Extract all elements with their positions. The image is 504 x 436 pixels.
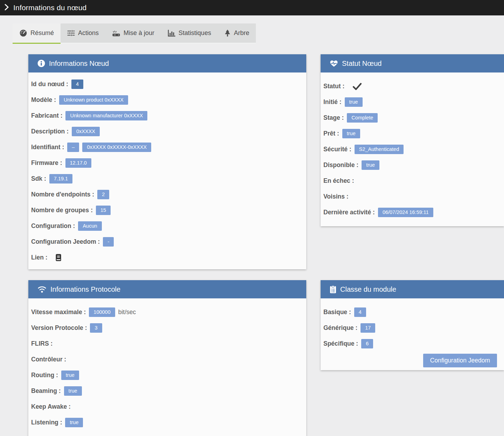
tab-label: Statistiques	[178, 29, 211, 37]
tab-arbre[interactable]: Arbre	[218, 23, 256, 44]
row-description: Description :0xXXXX	[31, 124, 303, 139]
panel-node-status-header: Statut Nœud	[321, 54, 504, 72]
panel-protocol-body: Vitesse maximale :100000bit/secVersion P…	[28, 298, 306, 436]
value-badge: 0xXXXX 0xXXXX-0xXXXX	[82, 143, 151, 152]
row-routing: Routing :true	[31, 367, 303, 383]
panel-node-status-body: Statut :Initié :trueStage :CompletePrêt …	[321, 72, 504, 226]
sliders-icon	[67, 30, 75, 36]
tab-resume[interactable]: Résumé	[13, 23, 61, 44]
row-configuration: Configuration :Aucun	[31, 218, 303, 234]
row-label: Stage :	[323, 114, 344, 122]
value-badge: –	[67, 143, 79, 152]
row-label: Firmware :	[31, 159, 62, 167]
panel-node-status: Statut Nœud Statut :Initié :trueStage :C…	[321, 54, 504, 226]
panel-node-info-header: Informations Nœud	[28, 54, 306, 72]
check-icon	[352, 83, 362, 90]
content: Informations Nœud Id du nœud :4Modèle :U…	[28, 54, 504, 436]
row-lien: Lien :	[31, 250, 303, 265]
page-title: Informations du nœud	[13, 4, 86, 12]
tab-mise-a-jour[interactable]: Mise à jour	[105, 23, 161, 44]
topbar: Informations du nœud	[0, 0, 504, 15]
row-label: Id du nœud :	[31, 81, 68, 88]
row-label: Sécurité :	[323, 146, 351, 153]
value-badge: Aucun	[78, 221, 102, 231]
row-derniere-activite: Dernière activité :06/07/2024 16:59:11	[323, 205, 501, 220]
value-badge: 2	[97, 190, 109, 200]
row-label: Configuration :	[31, 222, 75, 230]
update-device-icon	[112, 30, 120, 37]
panel-module-class-actions: Configuration Jeedom	[321, 352, 504, 370]
tab-statistiques[interactable]: Statistiques	[161, 23, 218, 44]
panel-module-class-body: Basique :4Générique :17Spécifique :6	[321, 298, 504, 352]
row-label: Prêt :	[323, 130, 339, 137]
row-label: Lien :	[31, 254, 48, 261]
value-badge: 4	[354, 307, 366, 317]
value-badge: 06/07/2024 16:59:11	[378, 208, 433, 217]
row-label: En échec :	[323, 177, 354, 185]
panel-module-class: Classe du module Basique :4Générique :17…	[321, 280, 504, 370]
row-firmware: Firmware :12.17.0	[31, 155, 303, 171]
wifi-icon	[37, 286, 47, 293]
value-badge: true	[64, 386, 82, 396]
row-vitesse-maximale: Vitesse maximale :100000bit/sec	[31, 304, 303, 320]
row-fabricant: Fabricant :Unknown manufacturer 0xXXXX	[31, 108, 303, 124]
value-badge: 7.19.1	[49, 174, 72, 184]
row-statut: Statut :	[323, 78, 501, 94]
value-badge: 0xXXXX	[72, 127, 100, 137]
row-label: Routing :	[31, 372, 58, 379]
row-label: Version Protocole :	[31, 324, 87, 332]
row-beaming: Beaming :true	[31, 383, 303, 399]
row-listening: Listening :true	[31, 415, 303, 430]
row-label: Statut :	[323, 83, 344, 90]
chevron-right-icon[interactable]	[5, 4, 9, 12]
panel-module-class-header: Classe du module	[321, 280, 504, 298]
value-badge: true	[61, 371, 79, 380]
row-label: Description :	[31, 128, 69, 135]
row-label: Voisins :	[323, 193, 349, 200]
tab-label: Mise à jour	[124, 29, 154, 37]
row-label: Dernière activité :	[323, 209, 375, 216]
configuration-jeedom-button[interactable]: Configuration Jeedom	[423, 354, 497, 367]
row-label: Sdk :	[31, 175, 46, 182]
panel-node-info-body: Id du nœud :4Modèle :Unknown product 0xX…	[28, 72, 306, 269]
row-label: Beaming :	[31, 387, 61, 395]
value-badge: true	[362, 160, 379, 170]
row-nombre-d-endpoints: Nombre d'endpoints :2	[31, 187, 303, 202]
row-label: Générique :	[323, 324, 357, 332]
value-badge: -	[103, 237, 114, 247]
book-icon[interactable]	[56, 254, 61, 261]
row-label: Nombre d'endpoints :	[31, 191, 94, 198]
row-sdk: Sdk :7.19.1	[31, 171, 303, 187]
row-label: Listening :	[31, 419, 62, 426]
row-nombre-de-groupes: Nombre de groupes :15	[31, 202, 303, 218]
panel-title: Classe du module	[340, 285, 396, 293]
tab-label: Résumé	[30, 29, 54, 37]
row-label: Configuration Jeedom :	[31, 238, 100, 245]
value-badge: Unknown product 0xXXXX	[59, 95, 128, 105]
info-circle-icon	[37, 60, 45, 67]
row-version-protocole: Version Protocole :3	[31, 320, 303, 336]
row-label: Disponible :	[323, 161, 358, 169]
value-badge: true	[342, 129, 360, 139]
row-flirs: FLIRS :	[31, 336, 303, 352]
heart-pulse-icon	[330, 60, 338, 67]
row-label: FLIRS :	[31, 340, 52, 347]
value-badge: true	[345, 97, 363, 107]
row-label: Nombre de groupes :	[31, 207, 93, 214]
bar-chart-icon	[168, 30, 175, 37]
value-badge: 17	[360, 323, 375, 333]
value-badge: 12.17.0	[65, 158, 91, 168]
value-suffix: bit/sec	[118, 309, 136, 316]
panel-title: Informations Protocole	[50, 285, 120, 293]
row-specifique: Spécifique :6	[323, 336, 501, 352]
panel-title: Informations Nœud	[49, 60, 109, 68]
row-voisins: Voisins :	[323, 189, 501, 205]
value-badge: true	[65, 418, 83, 428]
row-disponible: Disponible :true	[323, 157, 501, 173]
row-configuration-jeedom: Configuration Jeedom :-	[31, 234, 303, 250]
value-badge: S2_Authenticated	[355, 145, 404, 154]
value-badge: 3	[90, 323, 102, 333]
row-label: Contrôleur :	[31, 356, 66, 363]
tab-actions[interactable]: Actions	[61, 23, 105, 44]
row-generique: Générique :17	[323, 320, 501, 336]
